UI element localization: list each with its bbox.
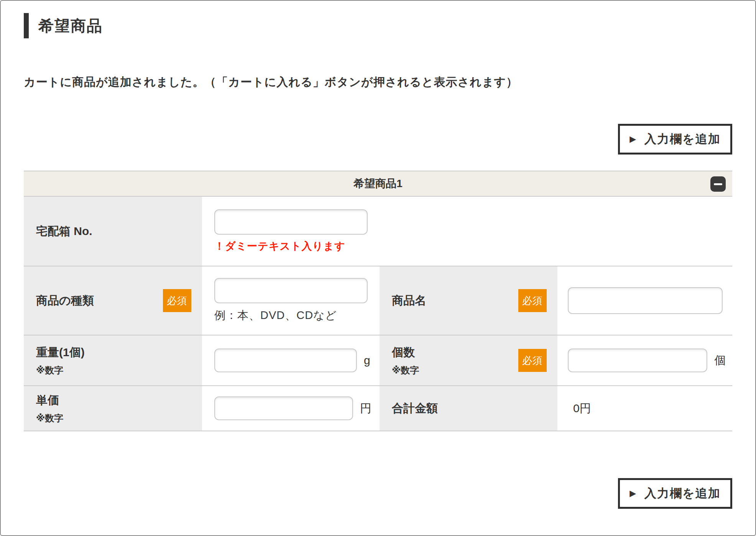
triangle-right-icon: ▶ [629,489,636,498]
weight-note: ※数字 [36,364,85,377]
weight-input[interactable] [214,349,357,372]
quantity-label-cell: 個数 ※数字 必須 [380,335,557,385]
product-name-label-cell: 商品名 必須 [380,266,557,335]
table-row: 商品の種類 必須 例：本、DVD、CDなど 商品名 必須 [24,266,732,335]
product-table-header: 希望商品1 [24,171,732,197]
top-button-row: ▶ 入力欄を追加 [24,124,732,155]
delivery-box-input[interactable] [214,209,368,235]
delivery-box-label-cell: 宅配箱 No. [24,197,202,266]
add-input-row-button-bottom[interactable]: ▶ 入力欄を追加 [618,478,732,509]
page-title: 希望商品 [38,15,103,36]
total-label: 合計金額 [392,401,438,416]
required-badge: 必須 [163,289,191,312]
desired-product-table: 希望商品1 宅配箱 No. ！ダミーテキスト入ります 商品の種類 必須 [24,171,732,431]
total-label-cell: 合計金額 [380,386,557,431]
required-badge: 必須 [518,349,547,372]
total-value-cell: 0円 [557,386,732,431]
table-row: 重量(1個) ※数字 g 個数 ※数字 必須 個 [24,335,732,385]
weight-value-cell: g [202,335,380,385]
weight-unit: g [364,354,370,367]
cart-notice-text: カートに商品が追加されました。（「カートに入れる」ボタンが押されると表示されます… [24,74,732,90]
product-name-input[interactable] [568,287,723,314]
bottom-button-row: ▶ 入力欄を追加 [24,478,732,509]
table-row: 宅配箱 No. ！ダミーテキスト入ります [24,197,732,266]
required-badge: 必須 [518,289,547,312]
delivery-box-label: 宅配箱 No. [36,224,92,239]
triangle-right-icon: ▶ [629,135,636,143]
quantity-value-cell: 個 [557,335,732,385]
unit-price-unit: 円 [360,401,371,416]
collapse-section-button[interactable] [710,176,726,192]
title-accent-bar [24,13,29,38]
quantity-input[interactable] [568,349,707,372]
product-type-input[interactable] [214,278,368,303]
product-type-value-cell: 例：本、DVD、CDなど [202,266,380,335]
unit-price-note: ※数字 [36,412,63,424]
quantity-note: ※数字 [392,364,419,377]
unit-price-input[interactable] [214,396,353,420]
quantity-label: 個数 [392,345,419,360]
product-type-label: 商品の種類 [36,293,94,309]
product-name-value-cell [557,266,732,335]
add-input-row-label: 入力欄を追加 [644,131,721,147]
delivery-box-value-cell: ！ダミーテキスト入ります [202,197,732,266]
section-title-row: 希望商品 [24,13,732,39]
page: 希望商品 カートに商品が追加されました。（「カートに入れる」ボタンが押されると表… [0,0,756,536]
quantity-unit: 個 [714,353,726,368]
product-table-title: 希望商品1 [353,176,403,191]
unit-price-label: 単価 [36,393,63,408]
product-name-label: 商品名 [392,293,426,309]
weight-label: 重量(1個) [36,345,85,360]
unit-price-label-cell: 単価 ※数字 [24,386,202,431]
product-type-label-cell: 商品の種類 必須 [24,266,202,335]
add-input-row-button-top[interactable]: ▶ 入力欄を追加 [618,124,732,155]
table-row: 単価 ※数字 円 合計金額 0円 [24,385,732,431]
unit-price-value-cell: 円 [202,386,380,431]
product-type-hint: 例：本、DVD、CDなど [214,308,368,323]
delivery-box-error-text: ！ダミーテキスト入ります [214,239,368,253]
weight-label-cell: 重量(1個) ※数字 [24,335,202,385]
add-input-row-label: 入力欄を追加 [644,485,721,501]
minus-icon [714,183,722,185]
total-amount: 0円 [568,401,591,416]
